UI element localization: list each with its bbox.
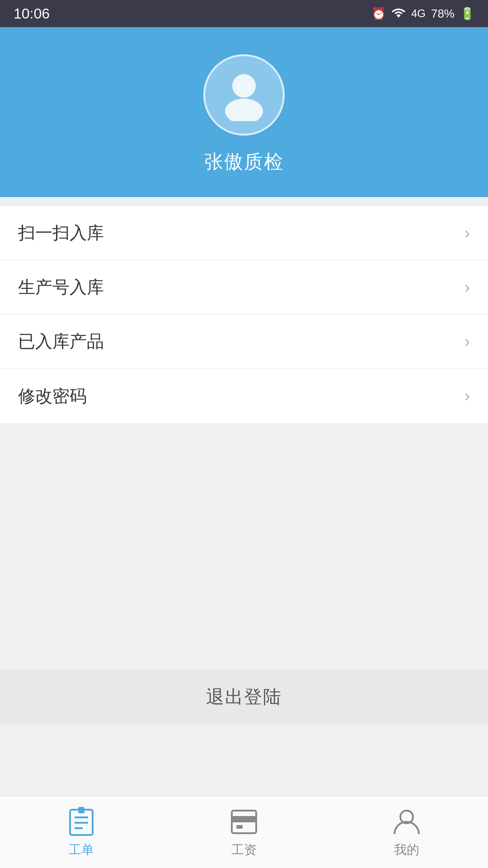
nav-item-salary[interactable]: 工资 [163,806,325,859]
avatar-icon [217,67,271,123]
menu-item-stored-products-label: 已入库产品 [18,330,104,353]
logout-section: 退出登陆 [0,670,488,723]
bottom-nav: 工单 工资 我的 [0,796,488,868]
my-icon [391,806,422,838]
main-content: 张傲质检 扫一扫入库 › 生产号入库 › 已入库产品 › 修改密码 › 退出登陆 [0,27,488,796]
nav-label-salary: 工资 [231,841,257,859]
svg-point-1 [225,99,263,121]
spacer [0,423,488,661]
menu-item-production-warehouse[interactable]: 生产号入库 › [0,260,488,315]
signal-icon: 4G [411,7,426,20]
menu-item-stored-products[interactable]: 已入库产品 › [0,315,488,369]
svg-rect-8 [232,816,256,822]
status-bar: 10:06 ⏰ 4G 78% 🔋 [0,0,488,27]
profile-header: 张傲质检 [0,27,488,197]
nav-label-my: 我的 [394,841,419,859]
menu-item-scan-warehouse-label: 扫一扫入库 [18,222,104,245]
svg-point-0 [232,74,256,98]
salary-icon [228,806,260,838]
chevron-icon-scan: › [465,224,470,243]
menu-list: 扫一扫入库 › 生产号入库 › 已入库产品 › 修改密码 › [0,206,488,423]
chevron-icon-production: › [465,278,470,297]
chevron-icon-stored: › [465,332,470,351]
status-icons: ⏰ 4G 78% 🔋 [371,6,474,22]
svg-rect-9 [236,825,243,829]
nav-item-work-order[interactable]: 工单 [0,806,163,859]
bottom-spacer [0,723,488,796]
status-time: 10:06 [14,5,50,22]
menu-item-change-password[interactable]: 修改密码 › [0,369,488,423]
logout-button[interactable]: 退出登陆 [0,672,488,722]
nav-label-work-order: 工单 [69,841,94,859]
alarm-icon: ⏰ [371,7,386,21]
battery-text: 78% [431,7,455,21]
chevron-icon-password: › [465,387,470,406]
menu-item-change-password-label: 修改密码 [18,385,87,408]
menu-item-scan-warehouse[interactable]: 扫一扫入库 › [0,206,488,260]
profile-name: 张傲质检 [204,149,284,175]
battery-icon: 🔋 [460,7,474,21]
wifi-icon [391,6,406,22]
avatar [203,54,285,136]
work-order-icon [66,806,97,838]
svg-rect-6 [78,807,84,813]
menu-item-production-warehouse-label: 生产号入库 [18,276,104,299]
nav-item-my[interactable]: 我的 [325,806,488,859]
